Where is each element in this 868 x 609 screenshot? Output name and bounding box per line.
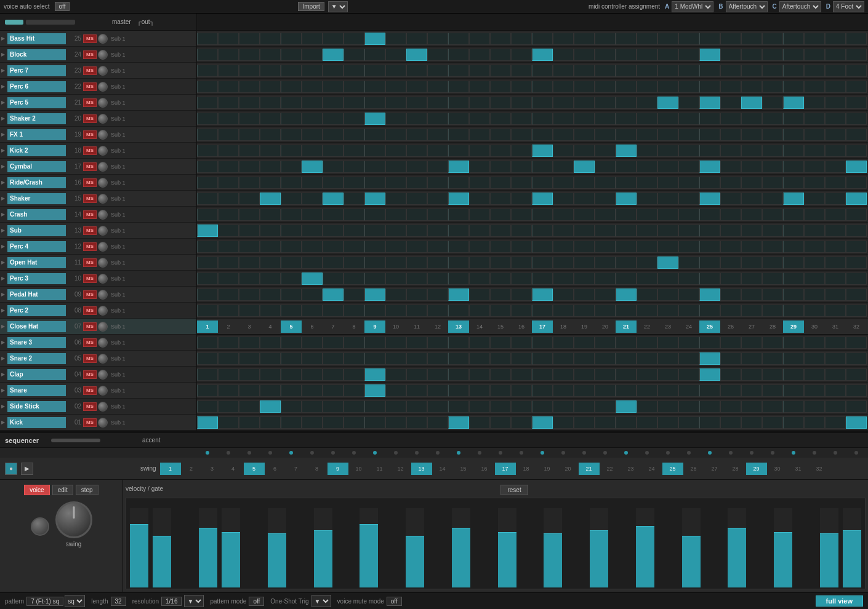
step-cell-21[interactable] xyxy=(616,416,637,429)
swing-num-22[interactable]: 22 xyxy=(600,463,621,475)
num-cell-11[interactable]: 11 xyxy=(406,320,427,333)
track-arrow[interactable]: ▶ xyxy=(1,148,7,153)
step-cell-1[interactable] xyxy=(197,416,218,429)
step-cell-4[interactable] xyxy=(260,145,281,157)
step-cell-11[interactable] xyxy=(406,145,427,157)
step-cell-25[interactable] xyxy=(699,49,720,61)
step-cell-15[interactable] xyxy=(490,273,511,285)
step-cell-2[interactable] xyxy=(218,257,239,269)
step-cell-7[interactable] xyxy=(323,336,344,349)
step-cell-3[interactable] xyxy=(239,416,260,429)
swing-num-32[interactable]: 32 xyxy=(809,463,830,475)
ms-btn[interactable]: MS xyxy=(83,306,97,315)
step-cell-20[interactable] xyxy=(595,129,616,141)
step-cell-16[interactable] xyxy=(511,336,532,349)
step-cell-3[interactable] xyxy=(239,400,260,413)
step-cell-22[interactable] xyxy=(637,384,657,397)
step-cell-2[interactable] xyxy=(218,193,239,205)
step-cell-4[interactable] xyxy=(260,177,281,189)
step-cell-20[interactable] xyxy=(595,336,616,349)
step-cell-19[interactable] xyxy=(574,49,595,61)
step-cell-27[interactable] xyxy=(741,273,762,285)
step-cell-21[interactable] xyxy=(616,145,637,157)
step-cell-13[interactable] xyxy=(448,161,469,173)
step-cell-6[interactable] xyxy=(302,177,323,189)
step-cell-13[interactable] xyxy=(448,400,469,413)
swing-num-24[interactable]: 24 xyxy=(641,463,662,475)
import-dropdown[interactable]: ▼ xyxy=(328,1,348,12)
step-cell-2[interactable] xyxy=(218,81,239,93)
step-cell-6[interactable] xyxy=(302,400,323,413)
step-cell-16[interactable] xyxy=(511,289,532,301)
step-cell-17[interactable] xyxy=(532,225,553,237)
step-cell-19[interactable] xyxy=(574,145,595,157)
step-cell-31[interactable] xyxy=(825,65,846,77)
step-cell-24[interactable] xyxy=(678,33,699,45)
step-cell-32[interactable] xyxy=(846,177,867,189)
step-cell-10[interactable] xyxy=(385,113,406,125)
step-cell-12[interactable] xyxy=(427,225,448,237)
one-shot-select[interactable]: ▼ xyxy=(311,595,331,607)
step-cell-29[interactable] xyxy=(783,161,804,173)
step-cell-5[interactable] xyxy=(281,49,302,61)
step-cell-26[interactable] xyxy=(720,145,741,157)
track-name-btn[interactable]: Perc 7 xyxy=(7,65,66,76)
step-cell-14[interactable] xyxy=(469,416,490,429)
track-knob[interactable] xyxy=(98,370,108,380)
step-cell-6[interactable] xyxy=(302,81,323,93)
accent-dot-23[interactable] xyxy=(657,451,678,455)
step-cell-12[interactable] xyxy=(427,336,448,349)
pattern-select[interactable]: sq xyxy=(65,595,85,607)
step-cell-8[interactable] xyxy=(344,368,364,381)
vel-bar-col-21[interactable] xyxy=(588,500,611,587)
import-btn[interactable]: Import xyxy=(298,2,324,11)
step-cell-17[interactable] xyxy=(532,368,553,381)
step-cell-29[interactable] xyxy=(783,225,804,237)
step-cell-26[interactable] xyxy=(720,400,741,413)
step-cell-9[interactable] xyxy=(364,416,385,429)
step-cell-29[interactable] xyxy=(783,177,804,189)
track-knob[interactable] xyxy=(98,66,108,76)
step-cell-32[interactable] xyxy=(846,81,867,93)
step-cell-6[interactable] xyxy=(302,352,323,365)
step-cell-16[interactable] xyxy=(511,145,532,157)
track-arrow[interactable]: ▶ xyxy=(1,420,7,425)
step-cell-25[interactable] xyxy=(699,416,720,429)
step-cell-14[interactable] xyxy=(469,289,490,301)
step-cell-32[interactable] xyxy=(846,129,867,141)
step-cell-26[interactable] xyxy=(720,49,741,61)
step-cell-32[interactable] xyxy=(846,209,867,221)
step-cell-30[interactable] xyxy=(804,241,825,253)
step-cell-6[interactable] xyxy=(302,145,323,157)
ms-btn[interactable]: MS xyxy=(83,338,97,347)
step-cell-16[interactable] xyxy=(511,257,532,269)
step-cell-10[interactable] xyxy=(385,336,406,349)
step-cell-12[interactable] xyxy=(427,352,448,365)
step-cell-21[interactable] xyxy=(616,384,637,397)
step-cell-21[interactable] xyxy=(616,177,637,189)
num-cell-27[interactable]: 27 xyxy=(741,320,762,333)
track-arrow[interactable]: ▶ xyxy=(1,324,7,329)
step-cell-18[interactable] xyxy=(553,273,574,285)
step-cell-12[interactable] xyxy=(427,113,448,125)
step-cell-9[interactable] xyxy=(364,145,385,157)
step-cell-3[interactable] xyxy=(239,193,260,205)
ms-btn[interactable]: MS xyxy=(83,130,97,139)
vel-bar-col-31[interactable] xyxy=(818,500,840,587)
step-cell-24[interactable] xyxy=(678,368,699,381)
vel-bar-col-24[interactable] xyxy=(657,500,680,587)
step-cell-22[interactable] xyxy=(637,400,657,413)
step-cell-28[interactable] xyxy=(762,65,783,77)
vel-bar-col-17[interactable] xyxy=(496,500,518,587)
swing-num-14[interactable]: 14 xyxy=(432,463,453,475)
step-cell-24[interactable] xyxy=(678,209,699,221)
track-name-btn[interactable]: Block xyxy=(7,49,66,60)
step-cell-28[interactable] xyxy=(762,304,783,317)
step-cell-25[interactable] xyxy=(699,352,720,365)
step-cell-29[interactable] xyxy=(783,368,804,381)
step-cell-24[interactable] xyxy=(678,129,699,141)
vel-bar-col-5[interactable] xyxy=(220,500,243,587)
step-cell-31[interactable] xyxy=(825,304,846,317)
step-cell-3[interactable] xyxy=(239,161,260,173)
num-cell-15[interactable]: 15 xyxy=(490,320,511,333)
